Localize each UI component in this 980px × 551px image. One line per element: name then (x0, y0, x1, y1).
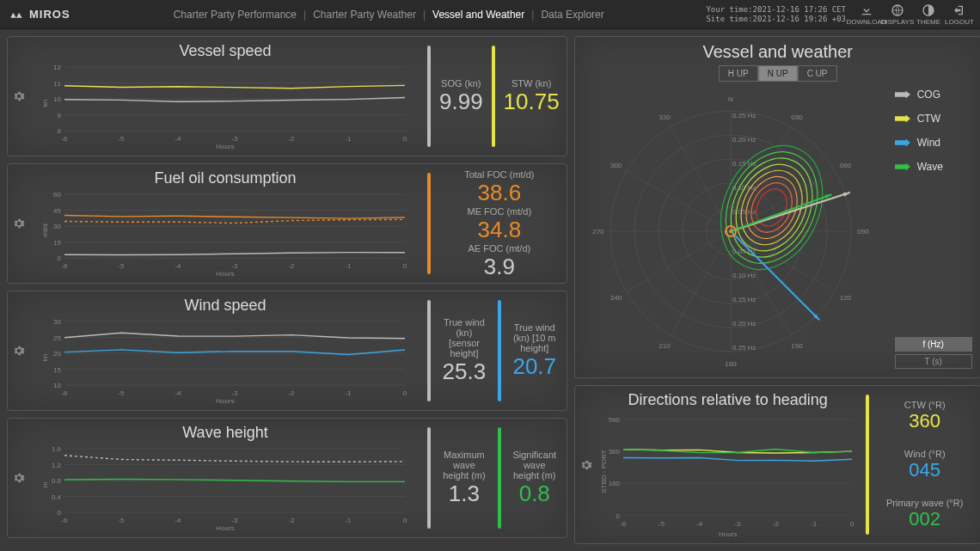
theme-button[interactable]: THEME (916, 3, 940, 26)
svg-point-130 (729, 230, 732, 233)
svg-marker-131 (895, 91, 910, 99)
svg-text:-4: -4 (175, 135, 181, 143)
svg-text:150: 150 (791, 342, 803, 350)
svg-text:-6: -6 (61, 389, 68, 397)
unit-t-s[interactable]: T (s) (895, 354, 972, 369)
arrow-icon (895, 114, 910, 123)
svg-text:30: 30 (53, 318, 61, 326)
x-axis-label: Hours (216, 397, 234, 405)
svg-text:0: 0 (616, 512, 620, 520)
svg-text:180: 180 (725, 360, 737, 368)
arrow-icon (895, 138, 910, 147)
svg-text:540: 540 (608, 416, 620, 424)
topbar: MIROS Charter Party Performance | Charte… (0, 0, 980, 29)
nav-data-explorer[interactable]: Data Explorer (541, 9, 603, 21)
topbar-right: Your time:2021-12-16 17:26 CET Site time… (706, 3, 971, 26)
logout-button[interactable]: LOGOUT (947, 3, 971, 26)
svg-text:0.8: 0.8 (52, 477, 62, 485)
svg-marker-132 (895, 115, 910, 123)
svg-text:-2: -2 (288, 262, 295, 270)
svg-text:-6: -6 (61, 262, 68, 270)
time-block: Your time:2021-12-16 17:26 CET Site time… (706, 5, 846, 24)
brand-text: MIROS (29, 8, 70, 21)
nav-charter-performance[interactable]: Charter Party Performance (174, 9, 297, 21)
gear-button[interactable] (13, 345, 25, 357)
radar-tabs: H UP N UP C UP (584, 65, 972, 82)
svg-text:300: 300 (610, 162, 622, 169)
svg-text:-5: -5 (118, 517, 125, 524)
x-axis-label: Hours (216, 270, 234, 278)
unit-f-hz[interactable]: f (Hz) (895, 337, 972, 352)
svg-line-109 (626, 171, 730, 231)
svg-text:kn: kn (41, 354, 49, 361)
gear-icon (13, 217, 25, 230)
panel-wind: Wind speed 1015202530-6-5-4-3-2-10kn Hou… (7, 291, 567, 411)
gear-icon (13, 472, 25, 484)
svg-marker-134 (895, 163, 910, 171)
svg-text:-1: -1 (345, 135, 352, 143)
displays-button[interactable]: DISPLAYS (885, 3, 910, 26)
divider-bar (427, 173, 431, 274)
arrow-icon (895, 162, 910, 171)
chart-title: Fuel oil consumption (154, 169, 296, 187)
site-time: Site time:2021-12-16 19:26 +03 (706, 15, 846, 24)
svg-text:-2: -2 (772, 520, 779, 528)
svg-text:-4: -4 (175, 517, 181, 524)
svg-text:-6: -6 (61, 135, 68, 143)
svg-text:20: 20 (53, 350, 61, 358)
ae-foc-value: 3.9 (439, 254, 560, 280)
nav-vessel-weather[interactable]: Vessel and Weather (432, 9, 524, 21)
tab-n-up[interactable]: N UP (758, 65, 798, 82)
radar-title: Vessel and weather (584, 42, 972, 62)
svg-text:360: 360 (608, 448, 620, 456)
divider-bar (427, 300, 431, 401)
svg-text:-6: -6 (620, 520, 627, 528)
svg-text:N: N (728, 95, 733, 103)
svg-text:-4: -4 (175, 389, 181, 397)
wind-10m-value: 20.7 (510, 353, 560, 380)
svg-text:210: 210 (658, 342, 671, 350)
wind-chart: 1015202530-6-5-4-3-2-10kn (40, 316, 410, 399)
divider-bar (427, 46, 431, 147)
download-button[interactable]: DOWNLOAD (854, 3, 879, 26)
nav-charter-weather[interactable]: Charter Party Weather (313, 9, 416, 21)
svg-text:1.6: 1.6 (52, 445, 62, 453)
svg-text:15: 15 (53, 239, 61, 247)
panel-fuel: Fuel oil consumption 015304560-6-5-4-3-2… (7, 163, 567, 284)
svg-text:10: 10 (53, 382, 61, 389)
svg-text:-1: -1 (345, 389, 352, 397)
panel-directions: Directions relative to heading 018036054… (574, 385, 980, 544)
svg-text:120: 120 (839, 294, 851, 302)
fuel-chart: 015304560-6-5-4-3-2-10mt/d (40, 189, 410, 272)
tab-h-up[interactable]: H UP (719, 65, 758, 82)
svg-text:9: 9 (58, 112, 62, 119)
radar-legend: COG CTW Wind Wave f (Hz) (895, 85, 972, 369)
gear-button[interactable] (580, 459, 592, 471)
stw-label: STW (kn) (504, 78, 560, 89)
gear-button[interactable] (13, 472, 25, 484)
gear-button[interactable] (13, 217, 25, 230)
wind-dir-label: Wind (°R) (878, 449, 972, 459)
gear-icon (13, 90, 25, 102)
logout-icon (952, 3, 966, 17)
svg-text:-5: -5 (118, 389, 125, 397)
svg-text:030: 030 (791, 113, 803, 121)
svg-marker-124 (843, 193, 850, 197)
divider-bar (866, 395, 869, 535)
directions-chart: 0180360540-6-5-4-3-2-10STBD - PORT (599, 411, 857, 532)
svg-text:0: 0 (403, 517, 407, 524)
tab-c-up[interactable]: C UP (798, 65, 837, 82)
wind-sensor-value: 25.3 (439, 358, 489, 385)
svg-text:090: 090 (857, 228, 869, 236)
x-axis-label: Hours (216, 143, 234, 150)
svg-text:kn: kn (41, 100, 49, 107)
wave-sig-label: Significant wave height (m) (510, 450, 560, 481)
svg-text:15: 15 (53, 366, 61, 374)
sog-value: 9.99 (439, 89, 483, 115)
gear-button[interactable] (13, 90, 25, 102)
svg-line-103 (671, 231, 731, 335)
svg-text:0.20 Hz: 0.20 Hz (732, 136, 756, 144)
arrow-icon (895, 90, 910, 99)
me-foc-label: ME FOC (mt/d) (439, 206, 560, 217)
gear-icon (580, 459, 592, 471)
